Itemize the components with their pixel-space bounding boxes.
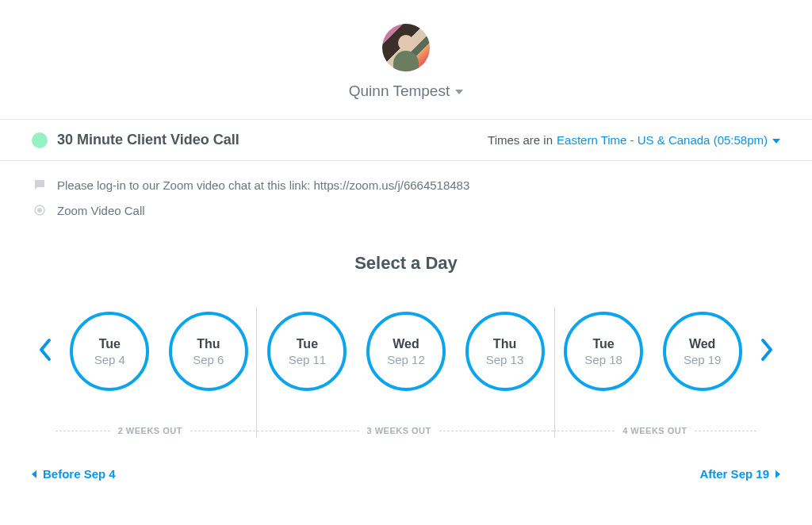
triangle-right-icon: [776, 470, 780, 478]
event-color-dot: [32, 132, 48, 148]
instruction-text: Please log-in to our Zoom video chat at …: [57, 178, 469, 192]
section-divider: [554, 307, 555, 438]
day-name-label: Thu: [493, 337, 516, 351]
event-title: 30 Minute Client Video Call: [57, 132, 239, 148]
day-date-label: Sep 19: [684, 353, 722, 366]
chat-icon: [32, 177, 48, 193]
day-name-label: Thu: [197, 337, 220, 351]
day-date-label: Sep 6: [193, 353, 224, 366]
before-date-link[interactable]: Before Sep 4: [32, 467, 116, 481]
timezone-selector[interactable]: Times are in Eastern Time - US & Canada …: [488, 133, 780, 147]
day-option[interactable]: Thu Sep 6: [169, 312, 248, 391]
day-option[interactable]: Tue Sep 11: [267, 312, 347, 391]
day-name-label: Tue: [297, 337, 318, 351]
chevron-down-icon: [772, 139, 780, 144]
weeks-out-label: 3 WEEKS OUT: [359, 426, 439, 435]
profile-name-dropdown[interactable]: Quinn Tempest: [349, 82, 463, 100]
dashed-line: [439, 431, 553, 431]
dashed-line: [553, 431, 615, 431]
triangle-left-icon: [32, 470, 36, 478]
day-name-label: Wed: [393, 337, 419, 351]
dashed-line: [695, 431, 756, 431]
after-date-label: After Sep 19: [699, 467, 769, 481]
weeks-out-label: 2 WEEKS OUT: [110, 426, 190, 435]
after-date-link[interactable]: After Sep 19: [699, 467, 780, 481]
day-name-label: Tue: [99, 337, 121, 351]
chevron-down-icon: [455, 90, 463, 94]
next-chevron-button[interactable]: [752, 329, 782, 374]
dashed-line: [245, 431, 359, 431]
day-date-label: Sep 18: [584, 353, 622, 366]
weeks-out-label: 4 WEEKS OUT: [615, 426, 695, 435]
day-date-label: Sep 11: [289, 353, 327, 366]
day-option[interactable]: Wed Sep 19: [663, 312, 742, 391]
section-divider: [256, 307, 257, 438]
day-name-label: Tue: [592, 337, 614, 351]
location-text: Zoom Video Call: [57, 204, 145, 217]
profile-name: Quinn Tempest: [349, 82, 450, 100]
day-name-label: Wed: [689, 337, 715, 351]
svg-point-1: [38, 209, 42, 213]
day-option[interactable]: Thu Sep 13: [465, 312, 545, 391]
section-title: Select a Day: [0, 253, 812, 274]
dashed-line: [190, 431, 245, 431]
day-date-label: Sep 12: [387, 353, 425, 366]
timezone-label: Eastern Time - US & Canada (05:58pm): [557, 133, 768, 147]
day-date-label: Sep 4: [94, 353, 125, 366]
avatar: [382, 24, 430, 71]
day-option[interactable]: Tue Sep 4: [70, 312, 149, 391]
day-option[interactable]: Wed Sep 12: [366, 312, 446, 391]
dashed-line: [56, 431, 110, 431]
target-icon: [32, 202, 48, 218]
before-date-label: Before Sep 4: [43, 467, 116, 481]
prev-chevron-button[interactable]: [30, 329, 60, 374]
timezone-prefix-label: Times are in: [488, 133, 553, 147]
day-option[interactable]: Tue Sep 18: [564, 312, 643, 391]
day-date-label: Sep 13: [486, 353, 524, 366]
